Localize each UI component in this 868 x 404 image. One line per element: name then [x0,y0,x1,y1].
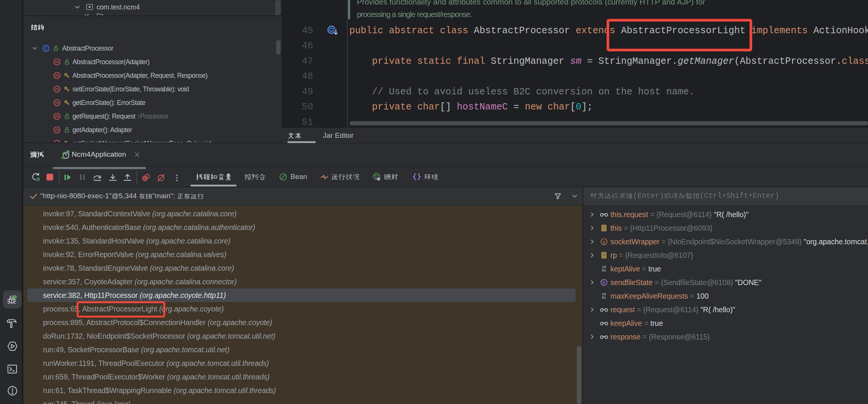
svg-text:m: m [55,73,59,78]
svg-text:m: m [55,59,59,65]
svg-text:m: m [55,141,59,142]
svg-text:C: C [44,46,48,51]
svg-text:m: m [55,100,59,105]
svg-text:m: m [55,114,59,119]
svg-text:E: E [602,280,605,285]
svg-text:m: m [55,86,59,92]
svg-text:p: p [603,239,605,244]
svg-text:m: m [55,127,59,133]
